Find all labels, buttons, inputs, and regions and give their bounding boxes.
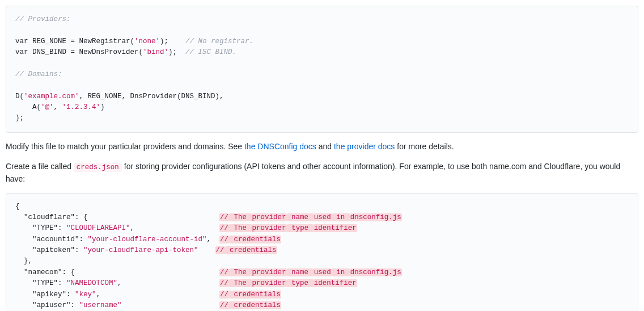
link-provider-docs[interactable]: the provider docs — [334, 142, 395, 151]
paragraph-modify: Modify this file to match your particula… — [6, 141, 638, 153]
comment: // Domains: — [15, 70, 62, 78]
inline-code-creds: creds.json — [74, 163, 122, 172]
code-block-dnsconfig: // Providers: var REG_NONE = NewRegistra… — [6, 6, 638, 133]
paragraph-creds: Create a file called creds.json for stor… — [6, 161, 638, 185]
link-dnsconfig-docs[interactable]: the DNSConfig docs — [244, 142, 316, 151]
comment: // Providers: — [15, 15, 71, 23]
code-block-creds: { "cloudflare": { // The provider name u… — [6, 193, 638, 312]
